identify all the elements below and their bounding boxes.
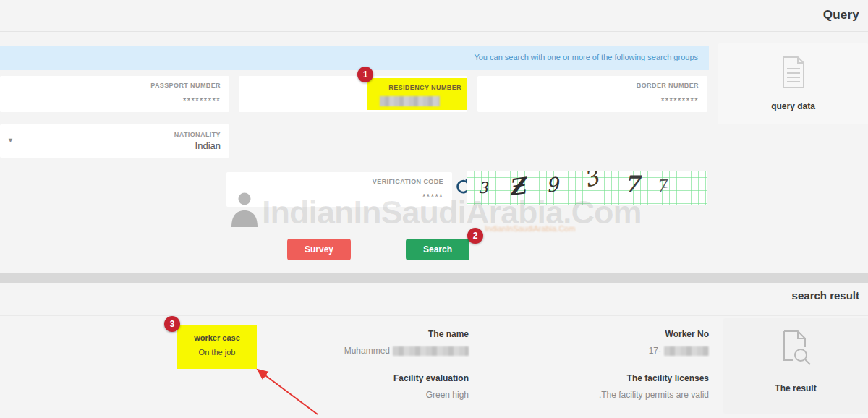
worker-no-label: Worker No bbox=[535, 329, 709, 339]
query-data-panel: query data bbox=[718, 43, 868, 124]
result-column-workerno: Worker No 17- The facility licenses .The… bbox=[535, 329, 709, 400]
captcha-image: 3 Ƶ 9 3 7 7̵ bbox=[467, 171, 707, 205]
section-divider bbox=[0, 273, 868, 283]
worker-case-value: On the job bbox=[177, 348, 257, 357]
captcha-digit: Ƶ bbox=[507, 173, 527, 201]
document-icon bbox=[780, 56, 807, 91]
border-number-field[interactable]: BORDER NUMBER ********* bbox=[477, 76, 707, 112]
chevron-down-icon: ▼ bbox=[7, 137, 14, 144]
nationality-value: Indian bbox=[195, 140, 221, 151]
name-label: The name bbox=[289, 329, 469, 339]
name-value-prefix: Muhammed bbox=[344, 346, 390, 356]
query-data-label: query data bbox=[718, 101, 868, 111]
captcha-digit: 7̵ bbox=[655, 176, 667, 196]
passport-number-value: ********* bbox=[183, 96, 221, 105]
annotation-badge-1: 1 bbox=[357, 67, 373, 82]
page-title: Query bbox=[823, 8, 859, 22]
captcha-digit: 7 bbox=[624, 171, 640, 197]
worker-case-label: worker case bbox=[177, 333, 257, 342]
verification-code-label: VERIFICATION CODE bbox=[373, 178, 443, 185]
search-button[interactable]: Search bbox=[406, 239, 469, 260]
worker-no-prefix: 17- bbox=[649, 346, 661, 356]
watermark-subtext: IndianInSaudiArabia.Com bbox=[485, 224, 575, 233]
header-bar bbox=[0, 0, 868, 32]
captcha-digit: 9 bbox=[545, 173, 560, 196]
name-masked bbox=[393, 346, 469, 356]
result-top-border bbox=[0, 315, 868, 316]
worker-no-masked bbox=[664, 346, 709, 356]
verification-code-field[interactable]: VERIFICATION CODE ***** bbox=[226, 172, 452, 207]
captcha-digit: 3 bbox=[478, 179, 488, 197]
annotation-badge-2: 2 bbox=[467, 228, 483, 244]
border-number-value: ********* bbox=[661, 96, 699, 105]
border-number-label: BORDER NUMBER bbox=[637, 82, 699, 89]
nationality-label: NATIONALITY bbox=[174, 131, 221, 138]
document-search-icon bbox=[779, 330, 812, 370]
passport-number-field[interactable]: PASSPORT NUMBER ********* bbox=[0, 76, 229, 112]
residency-number-field[interactable]: RESIDENCY NUMBER bbox=[239, 76, 467, 112]
facility-licenses-label: The facility licenses bbox=[535, 373, 709, 383]
facility-licenses-value: .The facility permits are valid bbox=[535, 390, 709, 400]
annotation-arrow bbox=[246, 362, 326, 418]
passport-number-label: PASSPORT NUMBER bbox=[150, 82, 221, 89]
search-result-heading: search result bbox=[792, 289, 859, 302]
worker-no-value: 17- bbox=[535, 346, 709, 356]
residency-number-masked-value bbox=[380, 96, 440, 106]
info-bar-text: You can search with one or more of the f… bbox=[474, 53, 698, 61]
name-value: Muhammed bbox=[289, 346, 469, 356]
residency-number-label: RESIDENCY NUMBER bbox=[388, 84, 461, 91]
worker-case-highlight: worker case On the job bbox=[177, 325, 257, 369]
result-panel: The result bbox=[723, 318, 868, 414]
survey-button[interactable]: Survey bbox=[287, 239, 351, 260]
info-bar: You can search with one or more of the f… bbox=[0, 46, 709, 70]
nationality-select[interactable]: NATIONALITY Indian ▼ bbox=[0, 124, 229, 158]
result-panel-label: The result bbox=[723, 383, 868, 393]
verification-code-value: ***** bbox=[422, 192, 443, 201]
annotation-badge-3: 3 bbox=[164, 316, 180, 332]
captcha-digit: 3 bbox=[580, 171, 602, 192]
